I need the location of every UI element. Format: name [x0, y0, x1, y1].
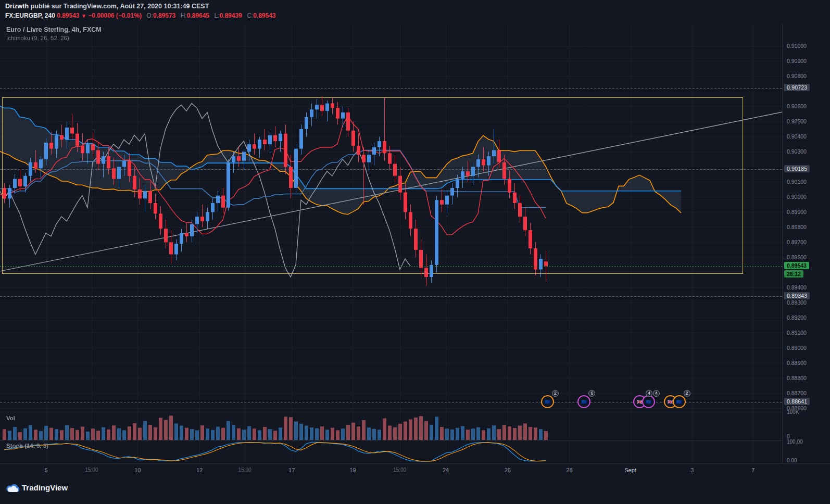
time-tick-label: 15:00	[388, 467, 412, 473]
time-tick-label: Sept	[619, 467, 643, 473]
price-tick-label: 0.89300	[787, 299, 807, 306]
price-tick-label: 0.90800	[787, 73, 807, 79]
time-tick-label: 7	[741, 467, 765, 473]
economic-event-marker[interactable]: 🇪🇺2	[541, 395, 554, 408]
time-tick-label: 5	[34, 467, 58, 473]
price-tick-label: 0.88900	[787, 360, 807, 366]
brand-name[interactable]: TradingView	[22, 483, 68, 492]
eu-flag-icon: 🇪🇺	[541, 395, 554, 408]
open-label: O:	[146, 12, 153, 19]
high-value: 0.89645	[187, 12, 209, 19]
time-tick-label: 17	[280, 467, 304, 473]
tradingview-logo[interactable]	[5, 482, 20, 495]
low-label: L:	[214, 12, 219, 19]
stoch-scale-max: 100.00	[787, 439, 803, 445]
volume-pane-label[interactable]: Vol	[6, 415, 15, 421]
price-tick-label: 0.90100	[787, 179, 807, 185]
indicator-label[interactable]: Ichimoku (9, 26, 52, 26)	[6, 35, 102, 41]
stoch-pane-label[interactable]: Stoch (14, 3, 3)	[6, 443, 48, 449]
author-name[interactable]: Drizwth	[5, 3, 29, 10]
low-value: 0.89439	[219, 12, 242, 19]
event-count-badge: 4	[653, 390, 660, 397]
economic-event-marker[interactable]: 🇪🇺6	[577, 395, 590, 408]
symbol-info-bar: FX:EURGBP, 240 0.89543 ▼ −0.00006 (−0.01…	[5, 12, 276, 19]
stoch-scale-min: 0.00	[787, 458, 797, 463]
eu-flag-icon: 🇪🇺	[642, 395, 655, 408]
event-count-badge: 6	[588, 390, 595, 397]
price-tick-label: 0.90000	[787, 194, 807, 200]
close-value: 0.89543	[253, 12, 275, 19]
price-tick-label: 0.91000	[787, 43, 807, 49]
header: Drizwth publié sur TradingView.com, Août…	[0, 0, 830, 23]
price-tick-label: 0.89600	[787, 254, 807, 260]
down-arrow-icon: ▼	[81, 13, 86, 19]
event-badge-group: 2	[552, 390, 559, 397]
time-tick-label: 15:00	[80, 467, 104, 473]
eu-flag-icon: 🇪🇺	[577, 395, 590, 408]
economic-event-marker[interactable]: 🇬🇧🇪🇺44	[633, 395, 655, 408]
time-axis[interactable]: 515:00101215:00171915:00242628Sept37	[0, 463, 830, 477]
time-tick-label: 24	[434, 467, 458, 473]
price-tick-label: 0.89800	[787, 224, 807, 230]
price-tick-label: 0.89100	[787, 330, 807, 336]
symbol-label[interactable]: FX:EURGBP, 240	[5, 12, 55, 19]
tradingview-chart-page: Drizwth publié sur TradingView.com, Août…	[0, 0, 830, 504]
time-tick-label: 19	[341, 467, 364, 473]
event-badge-group: 2	[684, 390, 690, 397]
price-axis[interactable]: 0.910000.909000.908000.906000.905000.904…	[782, 23, 830, 463]
time-tick-label: 15:00	[233, 467, 257, 473]
price-tick-label: 0.88800	[787, 375, 807, 381]
price-tick-label: 0.89400	[787, 284, 807, 291]
price-level-label: 0.89343	[784, 292, 810, 299]
time-tick-label: 28	[557, 467, 581, 473]
event-count-badge: 2	[684, 390, 690, 397]
price-tick-label: 0.90500	[787, 118, 807, 124]
publish-text: publié sur TradingView.com, Août 27, 202…	[29, 3, 209, 10]
event-badge-group: 6	[588, 390, 595, 397]
close-label: C:	[247, 12, 253, 19]
time-tick-label: 12	[187, 467, 211, 473]
time-tick-label: 26	[496, 467, 520, 473]
price-level-label: 0.90185	[784, 165, 810, 172]
economic-event-marker[interactable]: 🇬🇧🇪🇺2	[664, 395, 686, 408]
bar-countdown-label: 28:12	[784, 270, 803, 278]
price-tick-label: 0.88700	[787, 390, 807, 396]
price-tick-label: 0.90600	[787, 103, 807, 109]
high-label: H:	[181, 12, 187, 19]
event-badge-group: 44	[646, 390, 660, 397]
chart-legend: Euro / Livre Sterling, 4h, FXCM Ichimoku…	[6, 26, 102, 41]
price-change: −0.00006 (−0.01%)	[88, 12, 142, 19]
price-level-label: 0.88641	[784, 398, 810, 405]
price-tick-label: 0.89200	[787, 314, 807, 321]
price-tick-label: 0.90400	[787, 133, 807, 140]
time-tick-label: 3	[680, 467, 704, 473]
time-tick-label: 10	[125, 467, 149, 473]
open-value: 0.89573	[153, 12, 175, 19]
price-level-label: 0.90723	[784, 84, 810, 91]
eu-flag-icon: 🇪🇺	[673, 395, 686, 408]
current-price-label: 0.89543	[784, 262, 809, 269]
event-count-badge: 2	[552, 390, 559, 397]
price-tick-label: 0.89900	[787, 209, 807, 215]
price-tick-label: 0.90300	[787, 148, 807, 155]
price-tick-label: 0.90900	[787, 58, 807, 64]
price-tick-label: 0.89700	[787, 239, 807, 245]
volume-scale-max: 100K	[787, 409, 799, 415]
event-count-badge: 4	[646, 390, 652, 397]
footer: TradingView	[0, 477, 830, 504]
price-tick-label: 0.89000	[787, 345, 807, 351]
publish-info: Drizwth publié sur TradingView.com, Août…	[5, 3, 209, 10]
symbol-title[interactable]: Euro / Livre Sterling, 4h, FXCM	[6, 26, 102, 33]
last-price: 0.89543	[57, 12, 79, 19]
